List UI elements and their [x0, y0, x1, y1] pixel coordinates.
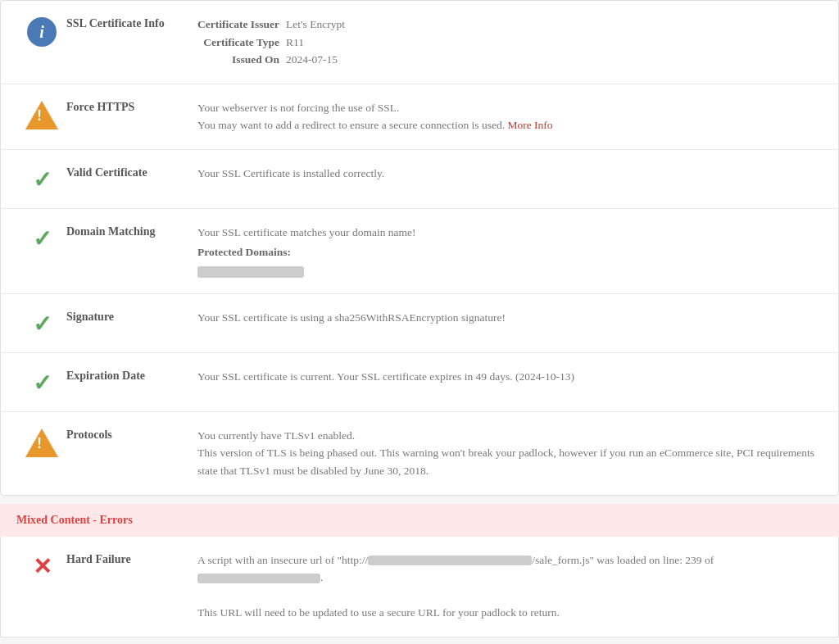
ssl-certificate-info-content: Certificate Issuer Let's Encrypt Certifi… [197, 16, 822, 69]
info-icon: i [27, 17, 57, 47]
valid-certificate-label: Valid Certificate [66, 165, 197, 179]
warning-icon-protocols [25, 429, 58, 457]
hard-failure-desc1: A script with an insecure url of "http:/… [197, 551, 822, 587]
x-icon: ✕ [33, 553, 52, 580]
check-icon: ✓ [33, 166, 52, 193]
blurred-url-2 [197, 574, 320, 583]
domain-matching-content: Your SSL certificate matches your domain… [197, 224, 822, 279]
domain-matching-label: Domain Matching [66, 224, 197, 238]
blurred-url-1 [368, 556, 532, 565]
protocols-label: Protocols [66, 427, 197, 442]
hard-failure-row: ✕ Hard Failure A script with an insecure… [1, 537, 838, 637]
cert-type-label: Certificate Type [197, 34, 286, 52]
signature-row: ✓ Signature Your SSL certificate is usin… [1, 294, 838, 353]
protocols-desc2: This version of TLS is being phased out.… [197, 444, 822, 479]
protected-domains-value [197, 261, 822, 279]
hard-failure-label: Hard Failure [66, 551, 197, 566]
check-icon-expiration: ✓ [33, 370, 52, 397]
expiration-date-row: ✓ Expiration Date Your SSL certificate i… [1, 353, 838, 412]
force-https-desc1: Your webserver is not forcing the use of… [197, 99, 822, 117]
protocols-icon-cell [17, 427, 66, 457]
cert-issued-on-value: 2024-07-15 [286, 51, 345, 69]
blurred-domain [197, 266, 304, 278]
force-https-content: Your webserver is not forcing the use of… [197, 99, 822, 134]
hard-failure-icon-cell: ✕ [17, 551, 66, 580]
protocols-desc1: You currently have TLSv1 enabled. [197, 427, 822, 445]
check-icon-signature: ✓ [33, 311, 52, 338]
more-info-link[interactable]: More Info [507, 119, 552, 131]
hard-failure-desc2: This URL will need to be updated to use … [197, 604, 822, 622]
cert-issued-on-label: Issued On [197, 51, 286, 69]
force-https-label: Force HTTPS [66, 99, 197, 114]
ssl-certificate-info-row: i SSL Certificate Info Certificate Issue… [1, 1, 838, 84]
protocols-row: Protocols You currently have TLSv1 enabl… [1, 412, 838, 495]
domain-matching-desc: Your SSL certificate matches your domain… [197, 224, 822, 242]
force-https-row: Force HTTPS Your webserver is not forcin… [1, 84, 838, 150]
mixed-content-header: Mixed Content - Errors [0, 504, 839, 537]
valid-certificate-content: Your SSL Certificate is installed correc… [197, 165, 822, 183]
expiration-date-label: Expiration Date [66, 368, 197, 383]
ssl-certificate-info-label: SSL Certificate Info [66, 16, 197, 30]
signature-content: Your SSL certificate is using a sha256Wi… [197, 309, 822, 327]
force-https-desc2: You may want to add a redirect to ensure… [197, 116, 822, 134]
signature-icon-cell: ✓ [17, 309, 66, 338]
hard-failure-content: A script with an insecure url of "http:/… [197, 551, 822, 622]
domain-matching-row: ✓ Domain Matching Your SSL certificate m… [1, 209, 838, 294]
cert-type-value: R11 [286, 34, 345, 52]
protected-domains-label: Protected Domains: [197, 243, 822, 261]
cert-issuer-label: Certificate Issuer [197, 16, 286, 34]
domain-matching-icon-cell: ✓ [17, 224, 66, 252]
protocols-content: You currently have TLSv1 enabled. This v… [197, 427, 822, 480]
force-https-icon-cell [17, 99, 66, 129]
info-icon-cell: i [17, 16, 66, 47]
expiration-date-content: Your SSL certificate is current. Your SS… [197, 368, 822, 386]
mixed-content-errors-text: Errors [100, 514, 133, 526]
mixed-content-section: ✕ Hard Failure A script with an insecure… [0, 537, 839, 637]
warning-icon [25, 101, 58, 129]
valid-cert-icon-cell: ✓ [17, 165, 66, 193]
cert-issuer-value: Let's Encrypt [286, 16, 345, 34]
expiration-icon-cell: ✓ [17, 368, 66, 397]
mixed-content-header-text: Mixed Content - [16, 514, 100, 526]
check-icon-domain: ✓ [33, 225, 52, 252]
valid-certificate-row: ✓ Valid Certificate Your SSL Certificate… [1, 150, 838, 209]
signature-label: Signature [66, 309, 197, 324]
